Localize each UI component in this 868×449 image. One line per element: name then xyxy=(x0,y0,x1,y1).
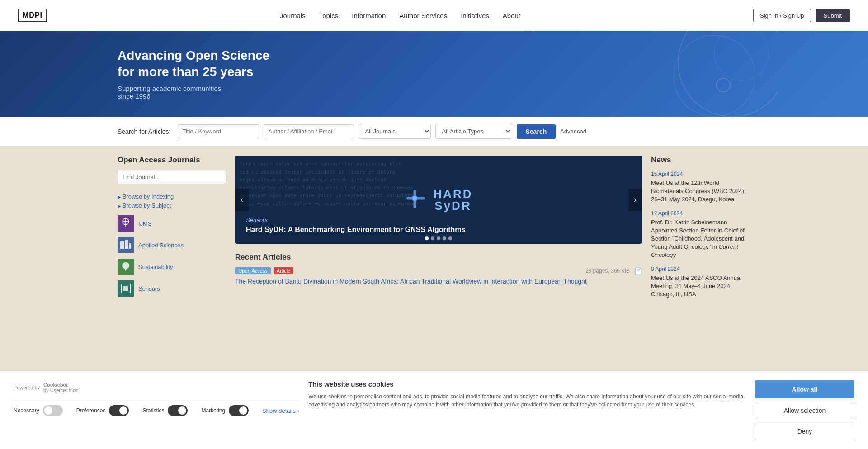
slider-dot-4[interactable] xyxy=(443,236,446,240)
nav-author-services[interactable]: Author Services xyxy=(399,12,447,19)
journal-name-applied-sciences: Applied Sciences xyxy=(138,242,184,249)
nav-topics[interactable]: Topics xyxy=(319,12,339,19)
slider-dot-5[interactable] xyxy=(448,236,452,240)
svg-rect-15 xyxy=(123,286,128,291)
article-title[interactable]: The Reception of Bantu Divination in Mod… xyxy=(235,277,642,286)
article-badges: Open Access Article 29 pages, 366 KiB 📄 xyxy=(235,267,642,274)
hero-banner: Advancing Open Science for more than 25 … xyxy=(0,31,868,117)
header-actions: Sign In / Sign Up Submit xyxy=(753,9,850,22)
main-nav: Journals Topics Information Author Servi… xyxy=(280,12,520,19)
hero-decoration xyxy=(642,31,778,117)
nav-about[interactable]: About xyxy=(503,12,520,19)
badge-article-type: Article xyxy=(274,267,294,274)
journal-icon-sustainability xyxy=(118,259,134,275)
news-date-2: 12 April 2024 xyxy=(651,210,750,217)
slider-content: Sensors Hard SyDR: A Benchmarking Enviro… xyxy=(235,156,642,244)
nav-information[interactable]: Information xyxy=(352,12,386,19)
journal-name-sustainability: Sustainability xyxy=(138,264,173,270)
journal-name-ijms: IJMS xyxy=(138,220,152,227)
recent-articles: Recent Articles Open Access Article 29 p… xyxy=(235,253,642,286)
news-item-1: 15 April 2024 Meet Us at the 12th World … xyxy=(651,171,750,204)
svg-point-2 xyxy=(714,31,769,80)
submit-button[interactable]: Submit xyxy=(816,9,850,22)
news-text-3: Meet Us at the 2024 ASCO Annual Meeting,… xyxy=(651,274,750,299)
find-journal-input[interactable] xyxy=(118,170,226,184)
slider-next-button[interactable]: › xyxy=(628,189,642,211)
hero-headline: Advancing Open Science for more than 25 … xyxy=(118,47,269,80)
author-input[interactable] xyxy=(264,124,354,138)
journal-icon-sensors xyxy=(118,280,134,297)
badge-open-access: Open Access xyxy=(235,267,271,274)
slider-text: Sensors Hard SyDR: A Benchmarking Enviro… xyxy=(246,217,465,235)
article-type-select[interactable]: All Article Types xyxy=(435,124,512,139)
journal-item-sustainability[interactable]: Sustainability xyxy=(118,259,226,275)
news-item-2: 12 April 2024 Prof. Dr. Katrin Scheinema… xyxy=(651,210,750,260)
slider-dots xyxy=(425,236,452,240)
hero-subtext: Supporting academic communities since 19… xyxy=(118,85,269,100)
svg-point-1 xyxy=(674,35,755,117)
journal-item-ijms[interactable]: IJMS xyxy=(118,215,226,232)
search-button[interactable]: Search xyxy=(517,124,556,139)
slider-dot-3[interactable] xyxy=(437,236,440,240)
keyword-input[interactable] xyxy=(178,124,259,138)
journal-icon-ijms xyxy=(118,215,134,232)
news-item-3: 8 April 2024 Meet Us at the 2024 ASCO An… xyxy=(651,266,750,299)
svg-point-0 xyxy=(678,31,778,117)
header: MDPI Journals Topics Information Author … xyxy=(0,0,868,31)
mdpi-logo[interactable]: MDPI xyxy=(18,9,47,22)
journal-name-sensors: Sensors xyxy=(138,285,160,292)
main-content: Open Access Journals Browse by Indexing … xyxy=(0,147,868,314)
news-panel: News 15 April 2024 Meet Us at the 12th W… xyxy=(651,156,750,305)
center-content: lorem ipsum dolor sit amet consectetur a… xyxy=(235,156,642,305)
nav-initiatives[interactable]: Initiatives xyxy=(461,12,489,19)
article-meta: 29 pages, 366 KiB xyxy=(585,268,630,274)
svg-rect-9 xyxy=(120,241,124,249)
journal-icon-applied-sciences xyxy=(118,237,134,253)
news-date-3: 8 April 2024 xyxy=(651,266,750,272)
journal-item-sensors[interactable]: Sensors xyxy=(118,280,226,297)
journal-item-applied-sciences[interactable]: Applied Sciences xyxy=(118,237,226,253)
journals-select[interactable]: All Journals xyxy=(359,124,431,139)
slider-journal-tag: Sensors xyxy=(246,217,465,223)
nav-journals[interactable]: Journals xyxy=(280,12,306,19)
svg-rect-10 xyxy=(125,240,128,249)
slider-dot-2[interactable] xyxy=(431,236,434,240)
news-date-1: 15 April 2024 xyxy=(651,171,750,177)
search-bar: Search for Articles: All Journals All Ar… xyxy=(0,117,868,147)
slider-article-title: Hard SyDR: A Benchmarking Environment fo… xyxy=(246,225,465,235)
signin-button[interactable]: Sign In / Sign Up xyxy=(753,9,811,22)
slider-prev-button[interactable]: ‹ xyxy=(235,189,249,211)
svg-point-3 xyxy=(717,78,730,92)
slider-dot-1[interactable] xyxy=(425,236,429,240)
browse-links: Browse by Indexing Browse by Subject xyxy=(118,193,226,209)
advanced-search-link[interactable]: Advanced xyxy=(560,128,586,135)
news-text-1: Meet Us at the 12th World Biomaterials C… xyxy=(651,179,750,204)
svg-rect-11 xyxy=(129,243,131,249)
pdf-icon[interactable]: 📄 xyxy=(634,267,642,274)
search-label: Search for Articles: xyxy=(118,128,171,135)
recent-articles-heading: Recent Articles xyxy=(235,253,642,262)
news-text-2: Prof. Dr. Katrin Scheinemann Appointed S… xyxy=(651,218,750,260)
news-heading: News xyxy=(651,156,750,165)
sidebar-heading: Open Access Journals xyxy=(118,156,226,165)
browse-by-subject-link[interactable]: Browse by Subject xyxy=(118,202,226,209)
sidebar: Open Access Journals Browse by Indexing … xyxy=(118,156,226,305)
browse-by-indexing-link[interactable]: Browse by Indexing xyxy=(118,193,226,200)
hero-text: Advancing Open Science for more than 25 … xyxy=(118,47,269,100)
article-slider: lorem ipsum dolor sit amet consectetur a… xyxy=(235,156,642,244)
